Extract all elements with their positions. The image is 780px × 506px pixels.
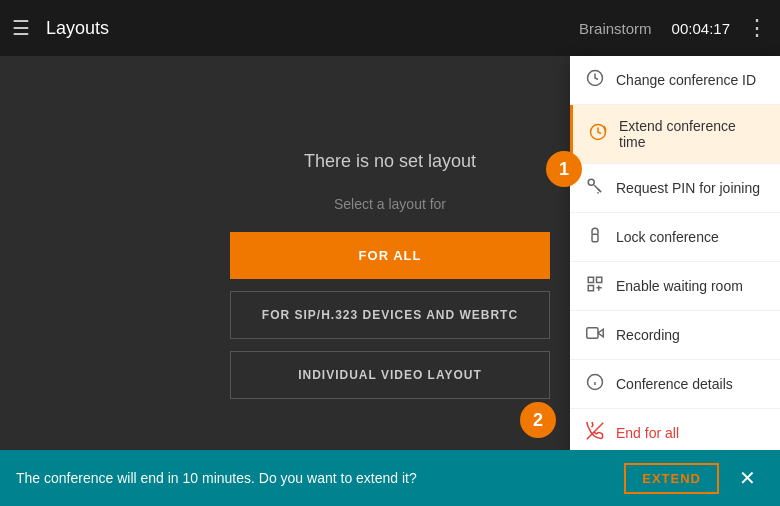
menu-item-extend-conference-time[interactable]: Extend conference time: [570, 105, 780, 164]
menu-item-lock-conference[interactable]: Lock conference: [570, 213, 780, 262]
info-icon: [586, 373, 604, 395]
toast-message: The conference will end in 10 minutes. D…: [16, 470, 624, 486]
dropdown-menu: Change conference ID Extend conference t…: [570, 56, 780, 457]
clock-refresh-icon: [589, 123, 607, 145]
step-badge-2: 2: [520, 402, 556, 438]
toast-close-button[interactable]: ✕: [731, 462, 764, 494]
request-pin-label: Request PIN for joining: [616, 180, 760, 196]
lock-conference-label: Lock conference: [616, 229, 719, 245]
end-for-all-label: End for all: [616, 425, 679, 441]
key-icon: [586, 177, 604, 199]
conference-details-label: Conference details: [616, 376, 733, 392]
camera-icon: [586, 324, 604, 346]
more-options-icon[interactable]: ⋮: [746, 15, 768, 41]
menu-item-request-pin[interactable]: Request PIN for joining: [570, 164, 780, 213]
clock-icon: [586, 69, 604, 91]
header: ☰ Layouts Brainstorm 00:04:17 ⋮: [0, 0, 780, 56]
phone-end-icon: [586, 422, 604, 444]
individual-video-button[interactable]: INDIVIDUAL VIDEO LAYOUT: [230, 351, 550, 399]
main-area: There is no set layout Select a layout f…: [0, 56, 780, 506]
enable-waiting-room-label: Enable waiting room: [616, 278, 743, 294]
svg-rect-10: [587, 328, 598, 339]
for-all-button[interactable]: FOR ALL: [230, 232, 550, 279]
menu-item-recording[interactable]: Recording: [570, 311, 780, 360]
person-lock-icon: [586, 226, 604, 248]
menu-item-enable-waiting-room[interactable]: Enable waiting room: [570, 262, 780, 311]
change-conference-id-label: Change conference ID: [616, 72, 756, 88]
svg-point-2: [588, 179, 594, 185]
recording-label: Recording: [616, 327, 680, 343]
toast-extend-button[interactable]: EXTEND: [624, 463, 719, 494]
extend-conference-time-label: Extend conference time: [619, 118, 764, 150]
select-layout-text: Select a layout for: [334, 196, 446, 212]
svg-rect-6: [592, 234, 598, 242]
conference-name: Brainstorm: [579, 20, 652, 37]
conference-timer: 00:04:17: [672, 20, 730, 37]
sip-webrtc-button[interactable]: FOR SIP/H.323 DEVICES AND WEBRTC: [230, 291, 550, 339]
menu-item-conference-details[interactable]: Conference details: [570, 360, 780, 409]
menu-item-change-conference-id[interactable]: Change conference ID: [570, 56, 780, 105]
toast-notification: The conference will end in 10 minutes. D…: [0, 450, 780, 506]
svg-rect-7: [588, 277, 593, 282]
svg-rect-9: [588, 286, 593, 291]
no-layout-text: There is no set layout: [304, 151, 476, 172]
waiting-icon: [586, 275, 604, 297]
svg-rect-8: [597, 277, 602, 282]
hamburger-icon[interactable]: ☰: [12, 16, 30, 40]
header-title: Layouts: [46, 18, 109, 39]
svg-line-4: [598, 189, 601, 192]
step-badge-1: 1: [546, 151, 582, 187]
